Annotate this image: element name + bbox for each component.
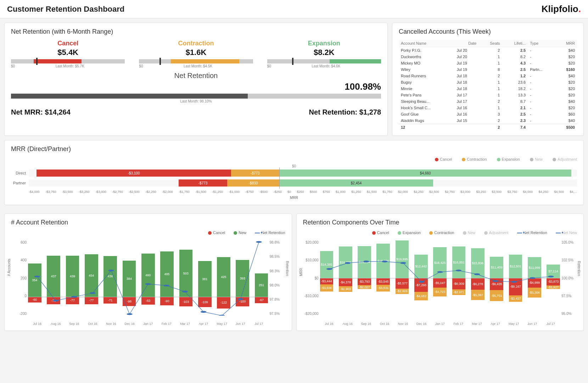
- page-title: Customer Retention Dashboard: [7, 5, 124, 14]
- col-header[interactable]: Type: [528, 40, 555, 47]
- table-row[interactable]: BugsyJul 18123.6-$20: [399, 79, 577, 85]
- legend-dot-icon: [372, 231, 376, 235]
- card-title: Retention Components Over Time: [303, 219, 577, 226]
- nr-label: Contraction: [139, 40, 253, 47]
- svg-point-17: [400, 262, 406, 264]
- mrr-row-label: Direct: [11, 171, 29, 175]
- dashboard-header: Customer Retention Dashboard Klipfolio.: [0, 0, 588, 18]
- svg-point-25: [548, 276, 554, 277]
- net-mrr: Net MRR: $14,264: [11, 108, 71, 116]
- card-title: Net Retention (with 6-Month Range): [11, 28, 381, 35]
- retention-components-card: Retention Components Over Time CancelExp…: [296, 213, 584, 331]
- card-title: Cancelled Accounts (This Week): [399, 28, 577, 35]
- svg-point-9: [201, 311, 206, 313]
- legend-dot-icon: [463, 231, 466, 235]
- legend-item[interactable]: Contraction: [457, 157, 487, 161]
- nr-value: $5.4K: [11, 48, 125, 57]
- mrr-row-track: -$833-$773$2,454: [29, 179, 577, 187]
- legend-dot-icon: [462, 158, 465, 161]
- nr-value: $1.6K: [139, 48, 253, 57]
- legend-dot-icon: [530, 158, 533, 161]
- svg-point-20: [455, 270, 461, 271]
- svg-point-14: [345, 262, 351, 264]
- legend-item[interactable]: Net New: [551, 231, 577, 235]
- nr-label: Expansion: [267, 40, 381, 47]
- table-row[interactable]: Goof GlueJul 1632.5-$60: [399, 111, 577, 117]
- cancelled-accounts-card: Cancelled Accounts (This Week) Account N…: [392, 23, 584, 136]
- col-header[interactable]: Lifeti...: [502, 40, 528, 47]
- svg-point-7: [164, 285, 169, 287]
- legend-item[interactable]: Expansion: [492, 157, 520, 161]
- account-retention-chart[interactable]: 6004002000-20098.8%98.5%98.3%98.0%97.8%9…: [11, 237, 285, 326]
- mrr-card: MRR (Direct/Partner) CancelContractionEx…: [4, 140, 584, 205]
- mrr-row-label: Partner: [11, 181, 29, 185]
- net-retention-bar: [11, 94, 381, 99]
- legend-item[interactable]: Cancel: [430, 157, 452, 161]
- legend-item[interactable]: New: [459, 231, 476, 235]
- legend-item[interactable]: Expansion: [393, 231, 421, 235]
- svg-point-10: [219, 315, 225, 316]
- legend-dot-icon: [429, 231, 433, 235]
- table-row[interactable]: Sleeping Beau...Jul 1728.7-$40: [399, 98, 577, 105]
- legend-item[interactable]: Cancel: [204, 231, 225, 235]
- svg-point-12: [256, 241, 262, 243]
- legend-item[interactable]: Net Retention: [251, 231, 285, 235]
- table-row[interactable]: Hook's Small C...Jul 1612.1-$20: [399, 105, 577, 111]
- svg-point-24: [530, 277, 535, 279]
- svg-point-2: [71, 296, 77, 298]
- svg-point-16: [382, 261, 387, 262]
- card-title: MRR (Direct/Partner): [11, 145, 577, 153]
- legend-dot-icon: [398, 231, 401, 235]
- net-retention-amount: Net Retention: $1,278: [309, 108, 381, 116]
- legend-item[interactable]: Adjustment: [480, 231, 509, 235]
- table-row[interactable]: WileyJul 1982.5Partn...$160: [399, 66, 577, 73]
- table-row[interactable]: Porky P.I.G.Jul 2022.5-$40: [399, 47, 577, 54]
- legend-dot-icon: [234, 231, 237, 235]
- col-header[interactable]: Account Name: [399, 40, 455, 47]
- table-row[interactable]: Road RunnersJul 1821.2-$40: [399, 73, 577, 79]
- table-row[interactable]: Mickey MOJul 1914.3-$20: [399, 60, 577, 66]
- legend-item[interactable]: New: [229, 231, 246, 235]
- chart-legend: CancelNewNet Retention: [11, 231, 285, 235]
- table-row[interactable]: MinnieJul 18118.2-$20: [399, 85, 577, 92]
- table-row[interactable]: Pete's PansJul 17113.3-$20: [399, 92, 577, 98]
- chart-legend: CancelExpansionContractionNewAdjustmentN…: [303, 231, 577, 235]
- legend-item[interactable]: Adjustment: [548, 157, 577, 161]
- nr-bar: [139, 59, 253, 63]
- table-row[interactable]: DuckworthsJul 2018.2-$20: [399, 54, 577, 60]
- net-retention-line: [320, 240, 560, 316]
- col-header[interactable]: MRR: [555, 40, 577, 47]
- legend-dot-icon: [553, 158, 556, 161]
- legend-line-icon: [517, 233, 522, 233]
- svg-point-5: [127, 313, 133, 315]
- retention-components-chart[interactable]: $20,000$10,000$0-$10,000-$20,000105.0%10…: [303, 237, 577, 326]
- card-title: # Account Retention: [11, 219, 285, 226]
- svg-point-6: [145, 283, 151, 285]
- nr-bar: [267, 59, 381, 63]
- table-row[interactable]: Aladdin RugsJul 1522.3-$40: [399, 117, 577, 124]
- svg-point-15: [363, 261, 369, 262]
- nr-label: Cancel: [11, 40, 125, 47]
- svg-point-4: [108, 270, 114, 271]
- svg-point-0: [34, 276, 40, 277]
- col-header[interactable]: Date: [455, 40, 479, 47]
- nr-bar: [11, 59, 125, 63]
- brand-logo: Klipfolio.: [542, 4, 581, 15]
- legend-item[interactable]: New: [525, 157, 543, 161]
- col-header[interactable]: Seats: [478, 40, 502, 47]
- net-retention-value: 100.98%: [11, 81, 381, 92]
- legend-item[interactable]: Net Retention: [513, 231, 547, 235]
- legend-item[interactable]: Cancel: [368, 231, 389, 235]
- mrr-row-track: -$773-$3,100$4,660: [29, 170, 577, 177]
- mrr-legend: CancelContractionExpansionNewAdjustment: [11, 157, 577, 161]
- svg-point-22: [492, 280, 498, 282]
- net-retention-card: Net Retention (with 6-Month Range) Cance…: [4, 23, 388, 136]
- cancelled-table: Account NameDateSeatsLifeti...TypeMRR Po…: [399, 40, 577, 131]
- svg-point-11: [237, 298, 243, 300]
- svg-point-3: [90, 292, 95, 294]
- legend-line-icon: [556, 233, 561, 233]
- legend-item[interactable]: Contraction: [425, 231, 454, 235]
- legend-dot-icon: [208, 231, 212, 235]
- svg-point-19: [437, 271, 443, 273]
- svg-point-21: [474, 273, 480, 275]
